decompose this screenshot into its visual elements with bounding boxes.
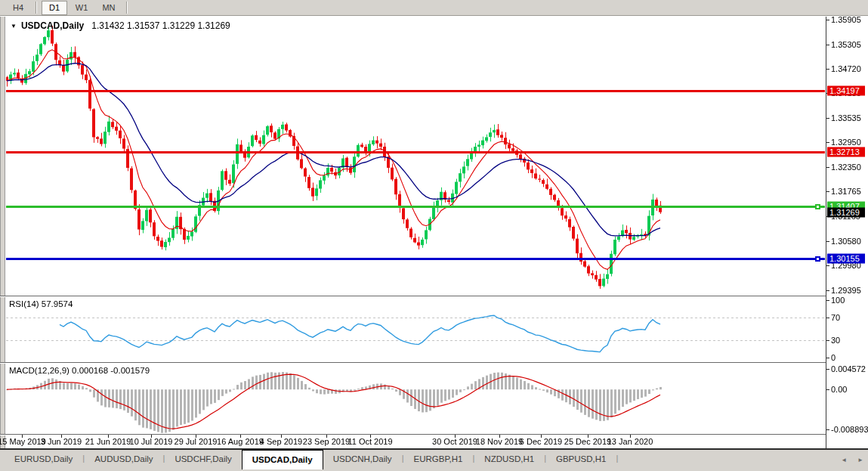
timeframe-w1-button[interactable]: W1 xyxy=(69,1,94,15)
chart-tab-strip: EURUSD,Daily|AUDUSD,Daily|USDCHF,DailyUS… xyxy=(0,450,868,471)
chart-tab-usdchf[interactable]: USDCHF,Daily xyxy=(165,451,241,466)
chart-tab-nzdusd[interactable]: NZDUSD,H1 xyxy=(474,451,544,466)
chart-tab-usdcnh[interactable]: USDCNH,Daily xyxy=(323,451,402,466)
timeframe-toolbar: H4D1W1MN xyxy=(0,0,868,16)
toolbar-separator xyxy=(36,2,37,14)
trading-terminal-chart-window: H4D1W1MN ▼USDCAD,Daily1.31432 1.31537 1.… xyxy=(0,0,868,471)
timeframe-mn-button[interactable]: MN xyxy=(96,1,122,15)
chart-tab-gbpusd[interactable]: GBPUSD,H1 xyxy=(546,451,616,466)
timeframe-d1-button[interactable]: D1 xyxy=(42,1,67,15)
toolbar-separator xyxy=(126,2,128,14)
chart-tab-eurusd[interactable]: EURUSD,Daily xyxy=(5,451,82,466)
tab-scroll-left-icon[interactable]: ◄ xyxy=(841,457,847,463)
tab-scroll-right-icon[interactable]: ► xyxy=(857,457,863,463)
chart-tab-bar: EURUSD,Daily|AUDUSD,Daily|USDCHF,DailyUS… xyxy=(0,448,868,471)
chart-tab-eurgbp[interactable]: EURGBP,H1 xyxy=(403,451,472,466)
chart-tab-audusd[interactable]: AUDUSD,Daily xyxy=(85,451,162,466)
chart-canvas[interactable] xyxy=(0,0,868,449)
tab-scroll-arrows: ◄ ► xyxy=(841,457,863,463)
chart-tab-usdcad[interactable]: USDCAD,Daily xyxy=(242,450,323,469)
timeframe-h4-button[interactable]: H4 xyxy=(5,1,31,15)
tab-separator: | xyxy=(616,454,618,463)
